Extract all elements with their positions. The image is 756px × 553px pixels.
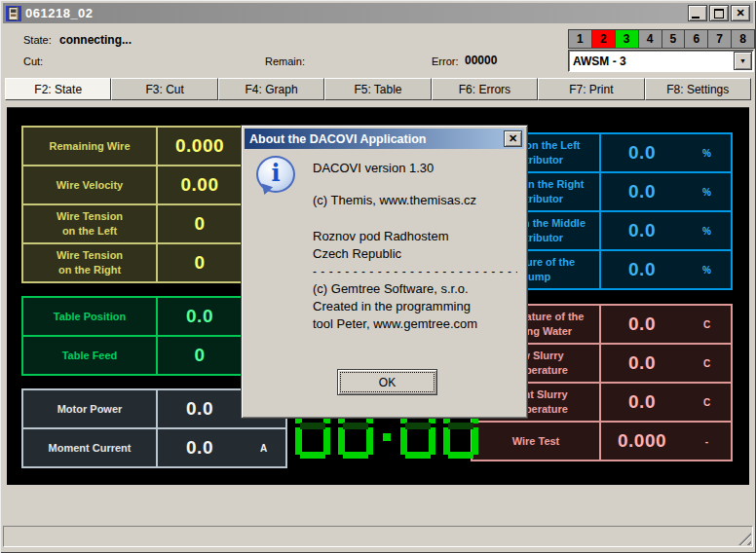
wire-row-2-label: Wire Tension on the Left — [23, 205, 158, 242]
dialog-body-text: DACOVI version 1.30 (c) Themis, www.them… — [313, 161, 517, 332]
motor-row-1-unit: A — [242, 429, 285, 466]
tab-f8-settings[interactable]: F8: Settings — [645, 78, 751, 100]
station-button-4[interactable]: 4 — [639, 30, 662, 48]
close-icon: ✕ — [736, 8, 744, 18]
ok-button[interactable]: OK — [337, 369, 437, 395]
tab-f6-errors[interactable]: F6: Errors — [432, 78, 538, 100]
dialog-close-button[interactable]: ✕ — [504, 130, 522, 147]
tab-f2-state[interactable]: F2: State — [5, 78, 111, 100]
minimize-button[interactable] — [688, 5, 707, 21]
window-title: 061218_02 — [25, 6, 684, 20]
remain-label: Remain: — [265, 55, 305, 67]
error-label: Error: — [432, 55, 459, 67]
station-button-1[interactable]: 1 — [569, 30, 592, 48]
temp-row-3-label: Wire Test — [472, 423, 601, 460]
dist-row-0-unit: % — [683, 134, 731, 171]
about-dialog: About the DACOVI Application ✕ i DACOVI … — [241, 125, 528, 419]
chevron-down-icon[interactable]: ▼ — [734, 52, 752, 70]
wire-row-0-label: Remaining Wire — [23, 128, 158, 165]
tab-f4-graph[interactable]: F4: Graph — [218, 78, 324, 100]
temp-row-0-unit: C — [683, 306, 731, 343]
dialog-copyright-gemtree: (c) Gemtree Software, s.r.o. — [313, 281, 517, 297]
station-button-3[interactable]: 3 — [616, 30, 639, 48]
dialog-separator: - - - - - - - - - - - - - - - - - - - - … — [313, 264, 517, 279]
dialog-copyright-themis: (c) Themis, www.themisas.cz — [313, 193, 517, 208]
temp-row-3-value: 0.000 — [601, 423, 683, 460]
station-button-6[interactable]: 6 — [685, 30, 708, 48]
wire-row-1-value: 0.00 — [158, 166, 242, 203]
maximize-button[interactable] — [709, 5, 729, 21]
temp-row-3-unit: - — [683, 423, 731, 460]
motor-row-0-value: 0.0 — [158, 390, 242, 427]
close-button[interactable]: ✕ — [731, 5, 750, 21]
station-button-2[interactable]: 2 — [592, 30, 616, 48]
temp-row-0-value: 0.0 — [601, 306, 683, 343]
dist-row-1-unit: % — [683, 173, 731, 210]
wire-row-3-value: 0 — [158, 244, 242, 281]
dialog-city-line: Roznov pod Radhostem — [313, 229, 517, 244]
dialog-country-line: Czech Republic — [313, 246, 517, 262]
wire-row-2-value: 0 — [158, 205, 242, 242]
dist-row-0-value: 0.0 — [601, 134, 683, 171]
wire-row-3-label: Wire Tension on the Right — [23, 244, 158, 281]
table-row-1-value: 0 — [158, 337, 242, 374]
application-window: 061218_02 ✕ State: connecting... Cut: Re… — [0, 0, 756, 553]
minimize-icon — [692, 17, 699, 18]
table-row-1-label: Table Feed — [23, 337, 158, 374]
state-value: connecting... — [59, 33, 132, 47]
dist-row-3-unit: % — [683, 251, 731, 288]
wire-row-1-label: Wire Velocity — [23, 166, 158, 203]
machine-select[interactable]: AWSM - 3 ▼ — [568, 50, 754, 72]
temp-row-1-unit: C — [683, 345, 731, 382]
dist-row-1-value: 0.0 — [601, 173, 683, 210]
dialog-titlebar[interactable]: About the DACOVI Application ✕ — [245, 129, 524, 149]
table-row: Moment Current0.0A — [23, 427, 285, 466]
temp-row-2-value: 0.0 — [601, 384, 683, 421]
dist-row-2-unit: % — [683, 212, 731, 249]
dialog-version-line: DACOVI version 1.30 — [313, 161, 517, 176]
station-button-8[interactable]: 8 — [732, 30, 754, 48]
station-button-5[interactable]: 5 — [662, 30, 686, 48]
status-bar — [3, 526, 753, 547]
info-icon: i — [256, 156, 295, 193]
dialog-created-line-1: Created in the programming — [313, 299, 517, 314]
motor-row-1-value: 0.0 — [158, 429, 242, 466]
maximize-icon — [714, 9, 724, 18]
error-value: 00000 — [465, 54, 497, 67]
table-row-0-label: Table Position — [23, 298, 158, 335]
cut-label: Cut: — [23, 55, 43, 67]
resize-grip[interactable] — [738, 533, 751, 545]
tab-bar: F2: StateF3: CutF4: GraphF5: TableF6: Er… — [5, 78, 751, 100]
window-titlebar[interactable]: 061218_02 ✕ — [3, 3, 753, 23]
dialog-created-line-2: tool Peter, www.gemtree.com — [313, 316, 517, 332]
dist-row-3-value: 0.0 — [601, 251, 683, 288]
table-row: Wire Test0.000- — [472, 421, 731, 460]
temp-row-1-value: 0.0 — [601, 345, 683, 382]
tab-f7-print[interactable]: F7: Print — [538, 78, 644, 100]
state-label: State: — [23, 34, 52, 46]
temp-row-2-unit: C — [683, 384, 731, 421]
station-button-7[interactable]: 7 — [708, 30, 732, 48]
dialog-title: About the DACOVI Application — [249, 132, 504, 146]
motor-row-0-label: Motor Power — [23, 390, 158, 427]
tab-f3-cut[interactable]: F3: Cut — [111, 78, 217, 100]
dist-row-2-value: 0.0 — [601, 212, 683, 249]
station-strip: 12345678 — [568, 29, 755, 49]
machine-select-value: AWSM - 3 — [569, 55, 734, 68]
app-icon — [6, 6, 21, 21]
tab-f5-table[interactable]: F5: Table — [324, 78, 431, 100]
wire-row-0-value: 0.000 — [158, 128, 242, 165]
close-icon: ✕ — [509, 132, 517, 145]
table-row-0-value: 0.0 — [158, 298, 242, 335]
motor-row-1-label: Moment Current — [23, 429, 158, 466]
